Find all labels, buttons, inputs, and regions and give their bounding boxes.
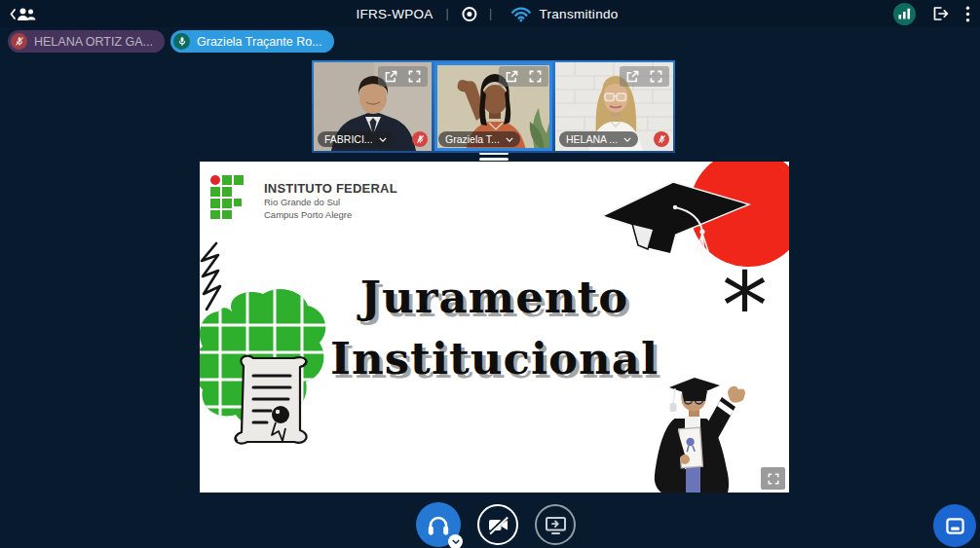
streaming-label: Transmitindo	[539, 7, 618, 21]
webcam-name-label: Graziela T...	[445, 133, 500, 145]
fullscreen-icon	[768, 473, 779, 485]
certificate-illustration	[200, 239, 329, 457]
leave-meeting-button[interactable]	[932, 6, 949, 21]
presentation-area[interactable]: INSTITUTO FEDERAL Rio Grande do Sul Camp…	[200, 162, 789, 493]
mic-muted-icon	[11, 33, 27, 50]
manage-users-button[interactable]	[10, 6, 39, 22]
action-bar	[416, 502, 576, 547]
fullscreen-icon	[529, 70, 542, 83]
graduation-cap-illustration	[597, 175, 758, 259]
chevron-down-icon	[623, 137, 631, 142]
webcam-graziela: Graziela T...	[434, 62, 552, 151]
screenshare-icon	[545, 515, 567, 535]
camera-toggle-button[interactable]	[477, 504, 518, 545]
back-chevron-users-icon	[10, 6, 39, 22]
webcam-muted-badge	[412, 131, 428, 147]
chevron-down-icon	[379, 137, 387, 142]
webcam-open-window-button[interactable]	[506, 70, 518, 83]
logo-subtitle-2: Campus Porto Alegre	[264, 210, 397, 220]
webcam-fabricio: FABRICI...	[314, 62, 432, 151]
institution-logo: INSTITUTO FEDERAL Rio Grande do Sul Camp…	[209, 174, 397, 220]
webcam-resize-handle[interactable]	[479, 152, 509, 161]
record-icon	[462, 7, 476, 21]
webcam-fullscreen-button[interactable]	[529, 70, 542, 83]
webcam-strip: FABRICI...	[312, 60, 675, 153]
webcam-helana: HELANA ...	[555, 62, 673, 151]
top-navbar: IFRS-WPOA | | Transmitindo	[0, 0, 980, 27]
webcam-actions	[378, 66, 428, 87]
webcam-fullscreen-button[interactable]	[650, 70, 662, 83]
talking-indicator-graziela[interactable]: Graziela Traçante Ro...	[170, 30, 334, 53]
webcam-actions	[499, 66, 548, 87]
asterisk-decoration: *	[722, 261, 768, 352]
options-menu-button[interactable]	[965, 6, 970, 22]
webcam-muted-badge	[654, 131, 669, 147]
fullscreen-icon	[408, 70, 421, 83]
divider: |	[446, 7, 449, 20]
chevron-down-icon	[506, 137, 513, 142]
webcam-fullscreen-button[interactable]	[408, 70, 421, 83]
presentation-fullscreen-button[interactable]	[761, 467, 785, 490]
connection-status-button[interactable]	[893, 3, 916, 25]
signal-bars-icon	[893, 3, 916, 25]
logo-subtitle-1: Rio Grande do Sul	[264, 198, 397, 207]
webcam-name-label: FABRICI...	[324, 133, 373, 145]
headphones-icon	[426, 513, 451, 537]
meeting-title: IFRS-WPOA	[356, 7, 433, 21]
webcam-open-window-button[interactable]	[626, 70, 639, 83]
mic-icon	[173, 33, 190, 50]
webcam-name-dropdown[interactable]: FABRICI...	[318, 131, 394, 147]
chevron-down-icon	[452, 539, 460, 544]
audio-options-badge[interactable]	[448, 534, 463, 548]
record-indicator-button[interactable]	[462, 7, 476, 21]
wifi-icon	[510, 6, 531, 22]
camera-off-icon	[487, 515, 509, 535]
streaming-indicator-button[interactable]: Transmitindo	[505, 5, 623, 23]
webcam-name-label: HELANA ...	[566, 133, 618, 145]
kebab-menu-icon	[965, 6, 970, 22]
meeting-app: IFRS-WPOA | | Transmitindo	[0, 0, 980, 548]
talking-indicators: HELANA ORTIZ GA... Graziela Traçante Ro.…	[8, 30, 334, 53]
open-window-icon	[385, 70, 397, 83]
restore-presentation-button[interactable]	[933, 504, 976, 547]
webcam-name-dropdown[interactable]: HELANA ...	[559, 131, 638, 147]
window-panel-icon	[945, 517, 965, 535]
screenshare-button[interactable]	[535, 504, 576, 545]
webcam-actions	[620, 66, 669, 87]
graduate-character-illustration	[636, 372, 757, 493]
open-window-icon	[506, 70, 518, 83]
fullscreen-icon	[650, 70, 662, 83]
open-window-icon	[626, 70, 639, 83]
webcam-name-dropdown[interactable]: Graziela T...	[438, 131, 520, 147]
audio-toggle-button[interactable]	[416, 502, 461, 547]
logo-title: INSTITUTO FEDERAL	[264, 182, 397, 195]
talking-indicator-label: Graziela Traçante Ro...	[197, 35, 322, 49]
divider: |	[489, 7, 492, 20]
webcam-open-window-button[interactable]	[385, 70, 397, 83]
if-logo-grid-icon	[209, 174, 255, 220]
talking-indicator-helana[interactable]: HELANA ORTIZ GA...	[8, 30, 165, 53]
logout-icon	[932, 6, 949, 21]
talking-indicator-label: HELANA ORTIZ GA...	[34, 35, 153, 49]
